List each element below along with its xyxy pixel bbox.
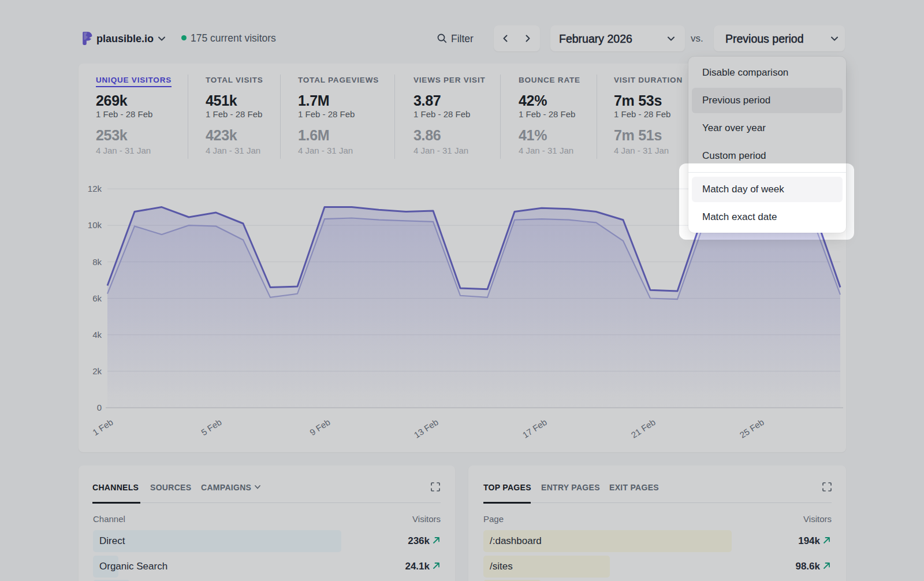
svg-text:2k: 2k xyxy=(92,366,102,376)
svg-text:12k: 12k xyxy=(88,184,102,193)
svg-text:4k: 4k xyxy=(92,330,102,340)
svg-text:10k: 10k xyxy=(88,220,102,230)
svg-text:6k: 6k xyxy=(92,293,102,303)
svg-text:8k: 8k xyxy=(92,257,102,267)
svg-text:0: 0 xyxy=(97,403,102,412)
